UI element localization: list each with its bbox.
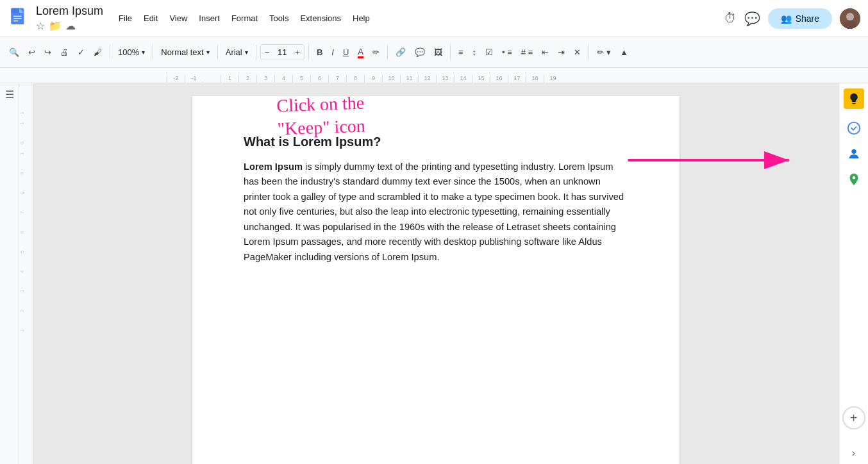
- history-icon[interactable]: ⏱: [724, 11, 737, 26]
- text-color-btn[interactable]: A: [354, 44, 367, 61]
- italic-btn[interactable]: I: [328, 45, 338, 60]
- outline-icon[interactable]: ☰: [5, 88, 14, 101]
- bullet-list-btn[interactable]: • ≡: [498, 45, 516, 60]
- link-btn[interactable]: 🔗: [392, 45, 410, 60]
- font-size-increase[interactable]: +: [292, 46, 303, 58]
- user-avatar[interactable]: [840, 8, 860, 29]
- gdocs-icon: [8, 7, 31, 30]
- ruler-mark-1: 1: [221, 75, 238, 83]
- underline-btn[interactable]: U: [339, 45, 353, 60]
- ruler-mark-11: 11: [400, 75, 418, 83]
- text-color-label: A: [358, 47, 363, 58]
- document-title[interactable]: Lorem Ipsum: [36, 4, 103, 19]
- decrease-indent-btn[interactable]: ⇤: [538, 45, 553, 60]
- ruler-mark-15: 15: [472, 75, 490, 83]
- menu-insert[interactable]: Insert: [194, 11, 225, 26]
- comment-icon[interactable]: 💬: [744, 11, 760, 26]
- menu-tools[interactable]: Tools: [264, 11, 294, 26]
- search-btn[interactable]: 🔍: [5, 45, 23, 60]
- share-button[interactable]: 👥 Share: [768, 8, 832, 29]
- divider-4: [256, 45, 256, 60]
- collapse-toolbar-btn[interactable]: ▲: [616, 45, 632, 60]
- title-info: Lorem Ipsum ☆ 📁 ☁: [36, 4, 103, 32]
- zoom-select[interactable]: 100% ▾: [114, 45, 149, 60]
- ruler-mark-13: 13: [436, 75, 454, 83]
- collapse-sidebar-btn[interactable]: ›: [852, 447, 855, 459]
- highlight-btn[interactable]: ✏: [369, 45, 383, 60]
- title-left: Lorem Ipsum ☆ 📁 ☁ File Edit View Insert …: [8, 4, 375, 32]
- ruler-inner: -2 -1 1 2 3 4 5 6 7 8 9 10 11 12 13 14 1…: [167, 75, 562, 83]
- menu-extensions[interactable]: Extensions: [295, 11, 346, 26]
- font-family-value: Arial: [226, 47, 242, 57]
- font-size-decrease[interactable]: −: [262, 46, 272, 58]
- title-right: ⏱ 💬 👥 Share: [724, 8, 860, 29]
- share-label: Share: [796, 13, 819, 24]
- plus-icon: +: [850, 411, 858, 426]
- page-body[interactable]: Lorem Ipsum is simply dummy text of the …: [244, 160, 628, 265]
- ruler-mark-5: 5: [292, 75, 310, 83]
- insert-comment-btn[interactable]: 💬: [411, 45, 429, 60]
- increase-indent-btn[interactable]: ⇥: [554, 45, 569, 60]
- redo-btn[interactable]: ↪: [40, 45, 55, 60]
- ruler-mark-9: 9: [364, 75, 382, 83]
- spellcheck-btn[interactable]: ✓: [74, 45, 88, 60]
- outline-panel: ☰: [0, 83, 19, 464]
- undo-btn[interactable]: ↩: [24, 45, 39, 60]
- menu-format[interactable]: Format: [226, 11, 263, 26]
- print-btn[interactable]: 🖨: [56, 45, 72, 60]
- ruler-mark-8: 8: [346, 75, 364, 83]
- ruler-mark-2: 2: [238, 75, 256, 83]
- insert-image-btn[interactable]: 🖼: [430, 45, 446, 60]
- add-sidebar-panel-btn[interactable]: +: [842, 406, 865, 429]
- menu-file[interactable]: File: [113, 11, 137, 26]
- star-icon[interactable]: ☆: [36, 20, 45, 32]
- zoom-value: 100%: [118, 47, 139, 57]
- line-spacing-btn[interactable]: ↕: [469, 45, 481, 60]
- checklist-btn[interactable]: ☑: [481, 45, 497, 60]
- ruler-mark-19: 19: [544, 75, 562, 83]
- maps-icon[interactable]: [842, 168, 865, 191]
- menu-edit[interactable]: Edit: [138, 11, 163, 26]
- paragraph-style-value: Normal text: [161, 47, 203, 57]
- left-panel-group: ☰ 1 2 3 4 5 6 7 8 9 10 11: [0, 83, 33, 464]
- svg-rect-2: [11, 8, 19, 12]
- keep-icon-wrapper: [844, 88, 864, 109]
- contacts-icon[interactable]: [842, 142, 865, 165]
- divider-1: [110, 45, 110, 60]
- bold-btn[interactable]: B: [313, 45, 326, 60]
- paragraph-chevron: ▾: [206, 49, 210, 56]
- menu-help[interactable]: Help: [347, 11, 375, 26]
- numbered-list-btn[interactable]: # ≡: [517, 45, 537, 60]
- align-btn[interactable]: ≡: [455, 45, 467, 60]
- document-area[interactable]: What is Lorem Ipsum? Lorem Ipsum is simp…: [33, 83, 839, 464]
- contacts-svg: [847, 147, 861, 161]
- ruler-mark-17: 17: [508, 75, 526, 83]
- ruler-mark-neg2: -2: [167, 75, 185, 83]
- ruler-mark-7: 7: [328, 75, 346, 83]
- divider-6: [387, 45, 388, 60]
- pen-tool-btn[interactable]: ✏ ▾: [593, 45, 615, 60]
- ruler: -2 -1 1 2 3 4 5 6 7 8 9 10 11 12 13 14 1…: [0, 68, 868, 83]
- keep-icon: [847, 92, 860, 105]
- font-size-input[interactable]: [272, 47, 292, 57]
- keep-icon-highlighted[interactable]: [844, 88, 864, 109]
- toolbar: 🔍 ↩ ↪ 🖨 ✓ 🖌 100% ▾ Normal text ▾ Arial ▾…: [0, 37, 868, 68]
- svg-point-7: [846, 13, 854, 21]
- folder-icon[interactable]: 📁: [49, 20, 62, 32]
- menu-view[interactable]: View: [164, 11, 192, 26]
- ruler-mark-3: 3: [256, 75, 274, 83]
- ruler-mark-16: 16: [490, 75, 508, 83]
- divider-3: [217, 45, 218, 60]
- ruler-mark-neg1: -1: [185, 75, 203, 83]
- font-family-select[interactable]: Arial ▾: [222, 45, 252, 60]
- clear-format-btn[interactable]: ✕: [570, 45, 585, 60]
- tasks-icon[interactable]: [842, 117, 865, 140]
- ruler-mark-0: [203, 81, 221, 83]
- ruler-mark-12: 12: [418, 75, 436, 83]
- page-body-text: is simply dummy text of the printing and…: [244, 162, 624, 262]
- menu-bar: File Edit View Insert Format Tools Exten…: [113, 11, 375, 26]
- ruler-mark-18: 18: [526, 75, 544, 83]
- paint-format-btn[interactable]: 🖌: [90, 45, 106, 60]
- paragraph-style-select[interactable]: Normal text ▾: [157, 45, 213, 60]
- cloud-icon[interactable]: ☁: [65, 20, 76, 32]
